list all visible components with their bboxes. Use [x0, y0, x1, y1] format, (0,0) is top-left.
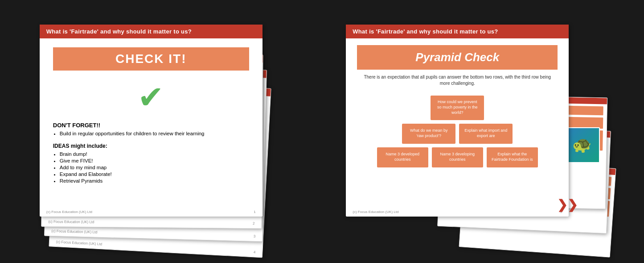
- idea-item-5: Retrieval Pyramids: [60, 178, 249, 184]
- ideas-list: Brain dump! Give me FIVE! Add to my mind…: [53, 151, 249, 184]
- dont-forget-list: Build in regular opportunities for child…: [53, 131, 249, 136]
- idea-item-3: Add to my mind map: [60, 165, 249, 170]
- ideas-heading: IDEAS might include:: [53, 143, 249, 149]
- bg-card-4-footer: (c) Focus Education (UK) Ltd4: [49, 239, 263, 255]
- main-left-card: What is 'Fairtrade' and why should it ma…: [40, 25, 263, 217]
- check-it-banner: CHECK IT!: [53, 47, 249, 71]
- right-footer-company: (c) Focus Education (UK) Ltd: [353, 210, 398, 214]
- pyramid-box-top-1: How could we prevent so much poverty in …: [431, 96, 484, 120]
- left-card-header: What is 'Fairtrade' and why should it ma…: [40, 25, 263, 38]
- right-slide-stack: What is 'Fairtrade' and why should it ma…: [346, 11, 604, 252]
- pyramid-box-bot-1: Name 3 developed countries: [377, 147, 428, 167]
- pyramid-mid-row: What do we mean by 'raw product'? Explai…: [402, 124, 513, 144]
- main-right-card: What is 'Fairtrade' and why should it ma…: [346, 25, 569, 217]
- pyramid-box-bot-2: Name 3 developing countries: [432, 147, 483, 167]
- checkmark-area: ✔: [40, 77, 263, 120]
- pyramid-bot-row: Name 3 developed countries Name 3 develo…: [377, 147, 538, 167]
- dont-forget-section: DON'T FORGET!! Build in regular opportun…: [40, 120, 263, 136]
- pyramid-check-banner: Pyramid Check: [357, 45, 558, 70]
- left-card-footer: (c) Focus Education (UK) Ltd 1: [40, 210, 263, 214]
- idea-item-1: Brain dump!: [60, 151, 249, 157]
- pyramid-top-row: How could we prevent so much poverty in …: [431, 96, 484, 120]
- pyramid-box-mid-2: Explain what import and export are: [459, 124, 513, 144]
- left-slide-stack: What is 'Fairtrade' and why should it ma…: [40, 11, 285, 252]
- bg-card-2-footer: (c) Focus Education (UK) Ltd2: [41, 219, 261, 225]
- pyramid-box-bot-3: Explain what the Fairtrade Foundation is: [487, 147, 538, 167]
- footer-page: 1: [254, 210, 255, 214]
- pyramid-layout: How could we prevent so much poverty in …: [346, 93, 569, 170]
- right-card-header: What is 'Fairtrade' and why should it ma…: [346, 25, 569, 38]
- idea-item-4: Expand and Elaborate!: [60, 171, 249, 177]
- arrows-icon: ❯❯: [557, 197, 578, 212]
- ideas-section: IDEAS might include: Brain dump! Give me…: [40, 141, 263, 187]
- pyramid-subtitle: There is an expectation that all pupils …: [346, 74, 569, 87]
- footer-company: (c) Focus Education (UK) Ltd: [46, 210, 92, 214]
- pyramid-box-mid-1: What do we mean by 'raw product'?: [402, 124, 455, 144]
- dont-forget-heading: DON'T FORGET!!: [53, 122, 249, 129]
- right-card-footer: (c) Focus Education (UK) Ltd 5: [346, 210, 569, 214]
- dont-forget-item-1: Build in regular opportunities for child…: [60, 131, 249, 136]
- turtle-image: 🐢: [564, 127, 600, 163]
- idea-item-2: Give me FIVE!: [60, 158, 249, 163]
- checkmark-icon: ✔: [138, 82, 164, 113]
